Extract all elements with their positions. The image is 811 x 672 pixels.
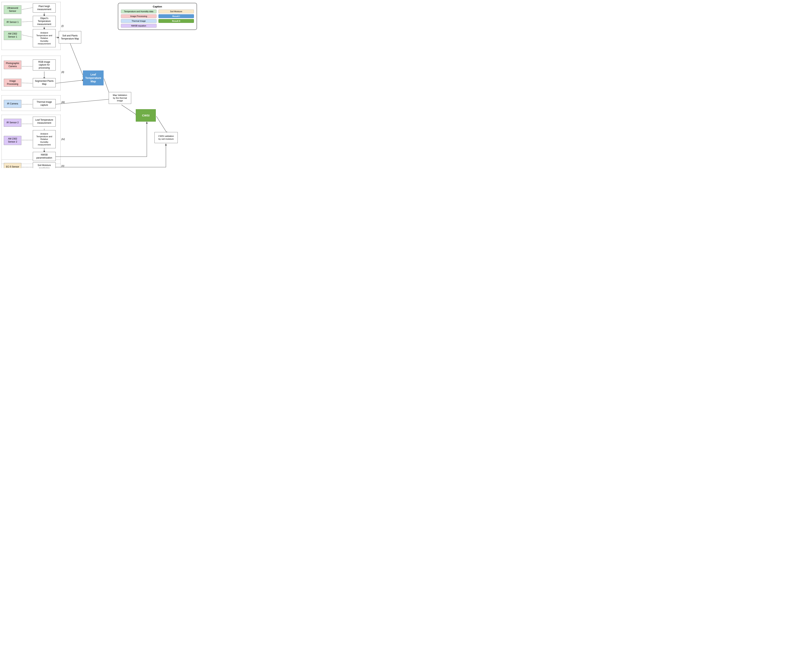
caption-temp-humidity: Temperature and Humidity data	[121, 10, 156, 14]
soil-moisture-monitoring: Soil Moisturemonitoring	[33, 162, 56, 168]
caption-result-i: Result I	[158, 14, 194, 18]
cwsi-box: CWSI	[136, 109, 156, 122]
ir-camera: IR Camera	[4, 100, 21, 108]
caption-image-processing: Image Processing	[121, 14, 156, 18]
cwsi-validation: CWSI validationby soil moisture	[154, 132, 178, 143]
segmented-plants-map: Segmented PlantsMap	[33, 78, 56, 87]
image-processing-sensor: Image Processing	[4, 79, 21, 87]
label-roman-iii: (iii)	[61, 101, 64, 103]
label-roman-i: (i)	[61, 24, 64, 27]
ir-sensor-1: IR Sensor 1	[4, 19, 21, 26]
caption-nwsb: NWSB equation	[121, 24, 156, 28]
rgb-image-capture: RGB imagecapture forprocessing	[33, 59, 56, 71]
am2302-sensor-2: AM 2302Sensor 2	[4, 136, 21, 145]
diagram-container: (i) (ii) (iii) (iv) (v) Ultrasound Senso…	[0, 0, 203, 168]
leaf-temp-measurement: Leaf Temperaturemeasurement	[33, 117, 56, 127]
map-validation: Map Validationby the thermalimage	[109, 92, 131, 104]
caption-result-ii: Result II	[158, 19, 194, 23]
caption-empty	[158, 24, 194, 28]
thermal-image-capture: Thermal imagecapture	[33, 99, 56, 108]
caption-soil-moisture: Soil Moisture	[158, 10, 194, 14]
am2302-sensor-1: AM 2302Sensor 1	[4, 31, 21, 40]
ambient-temp-humidity-2: AmbientTemperature andRelativeHumidityme…	[33, 130, 56, 148]
caption-box: Caption Temperature and Humidity data So…	[118, 3, 197, 30]
ir-sensor-2: IR Sensor 2	[4, 119, 21, 127]
label-roman-ii: (ii)	[61, 71, 64, 73]
plant-height-measurement: Plant heighmeasurement	[33, 3, 56, 13]
ultrasound-sensor: Ultrasound Sensor	[4, 5, 21, 14]
nwsb-parametrization: NWSBparametrization	[33, 152, 56, 161]
label-roman-v: (v)	[61, 164, 64, 167]
svg-line-20	[156, 116, 167, 134]
ec5-sensor: EC-5 Sensor	[4, 163, 21, 168]
svg-line-14	[122, 105, 137, 115]
ambient-temp-humidity-1: AmbientTemperature andRelativeHumidityme…	[33, 29, 56, 47]
caption-thermal-image: Thermal Image	[121, 19, 156, 23]
label-roman-iv: (iv)	[61, 137, 65, 140]
leaf-temp-map: LeafTemperatureMap	[83, 71, 103, 85]
objects-temp-measurement: Object'sTemperaturemeasurement	[33, 16, 56, 27]
svg-line-6	[70, 44, 84, 78]
photographic-camera: PhotographicCamera	[4, 61, 21, 69]
caption-title: Caption	[121, 5, 194, 8]
caption-grid: Temperature and Humidity data Soil Moist…	[121, 10, 194, 28]
soil-plants-temp-map: Soil and PlantsTemperature Map	[59, 31, 81, 44]
